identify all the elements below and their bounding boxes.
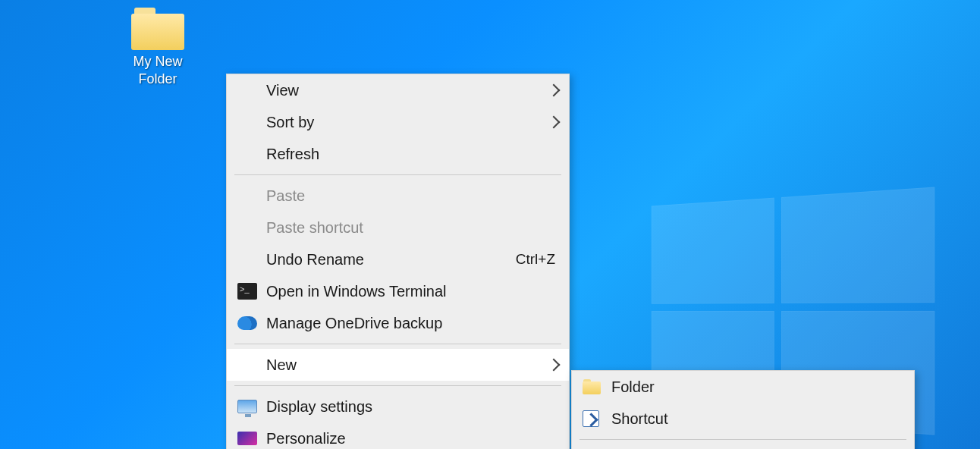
menu-label: Paste [266,187,305,205]
menu-item-refresh[interactable]: Refresh [227,138,569,170]
chevron-right-icon [548,359,561,372]
menu-label: Refresh [266,146,319,163]
chevron-right-icon [548,84,561,97]
menu-separator [234,385,561,386]
menu-label: Sort by [266,114,314,131]
menu-separator [580,439,906,440]
desktop-icon-my-new-folder[interactable]: My New Folder [123,8,193,87]
menu-item-personalize[interactable]: Personalize [227,422,569,449]
menu-item-display-settings[interactable]: Display settings [227,391,569,422]
personalize-icon [237,432,257,445]
menu-separator [234,174,561,175]
desktop-background[interactable]: My New Folder View Sort by Refresh Paste… [0,0,980,449]
menu-label: Paste shortcut [266,219,363,237]
menu-label: New [266,356,297,374]
menu-separator [234,344,561,344]
menu-shortcut: Ctrl+Z [516,251,555,268]
folder-icon [131,8,184,50]
menu-label: Shortcut [611,410,667,428]
menu-item-sort-by[interactable]: Sort by [227,106,569,138]
display-icon [237,400,257,413]
chevron-right-icon [548,116,561,129]
shortcut-icon [583,410,599,427]
menu-item-new[interactable]: New [227,349,569,381]
menu-label: Manage OneDrive backup [266,315,442,332]
menu-item-paste-shortcut: Paste shortcut [227,212,569,243]
menu-label: Open in Windows Terminal [266,283,447,300]
menu-label: View [266,82,299,99]
submenu-item-access-db[interactable]: Microsoft Access Database [572,444,914,449]
menu-label: Undo Rename [266,251,364,268]
menu-item-manage-onedrive[interactable]: Manage OneDrive backup [227,307,569,339]
desktop-icon-label: My New Folder [123,53,193,87]
menu-label: Display settings [266,398,372,416]
new-submenu: Folder Shortcut Microsoft Access Databas… [571,370,915,449]
desktop-context-menu: View Sort by Refresh Paste Paste shortcu… [226,74,570,449]
submenu-item-folder[interactable]: Folder [572,371,914,403]
folder-icon [583,379,601,394]
menu-item-undo-rename[interactable]: Undo Rename Ctrl+Z [227,243,569,275]
terminal-icon [237,283,257,300]
onedrive-icon [237,316,257,330]
submenu-item-shortcut[interactable]: Shortcut [572,403,914,435]
menu-item-view[interactable]: View [227,74,569,106]
menu-item-paste: Paste [227,180,569,212]
menu-item-open-terminal[interactable]: Open in Windows Terminal [227,275,569,307]
menu-label: Folder [611,378,655,396]
menu-label: Personalize [266,430,346,447]
